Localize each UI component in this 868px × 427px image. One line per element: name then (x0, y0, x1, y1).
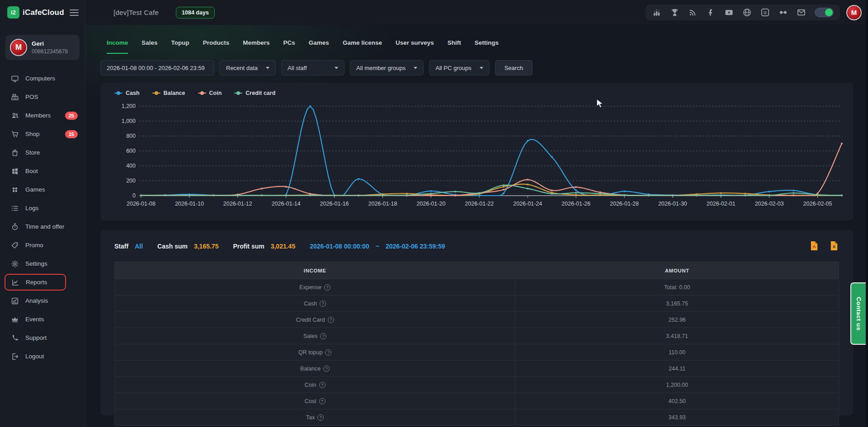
sidebar-item-store[interactable]: Store (0, 143, 85, 162)
x-axis-tick-label: 2026-01-20 (416, 201, 445, 207)
sidebar-item-computers[interactable]: Computers (0, 69, 85, 88)
data-point (237, 195, 239, 197)
help-icon[interactable]: ? (325, 349, 331, 356)
youtube-icon[interactable] (724, 8, 734, 17)
data-point (261, 188, 263, 189)
user-card[interactable]: M Geri 008612345678 (5, 35, 80, 60)
data-point (527, 183, 528, 185)
handshake-icon[interactable] (778, 8, 788, 17)
tab-members[interactable]: Members (243, 39, 269, 54)
x-axis-tick-label: 2026-01-12 (223, 201, 252, 207)
legend-label: Credit card (245, 90, 275, 96)
data-point (696, 195, 698, 197)
user-phone: 008612345678 (32, 48, 68, 55)
trophy-icon[interactable] (670, 8, 679, 17)
icafecloud-icon[interactable]: i2 (760, 8, 770, 17)
tab-pcs[interactable]: PCs (283, 39, 295, 54)
globe-icon[interactable] (742, 8, 752, 17)
sidebar-item-label: Boot (25, 168, 38, 174)
user-name: Geri (32, 40, 68, 47)
sidebar-item-events[interactable]: Events (0, 310, 85, 328)
sidebar-item-time-and-offer[interactable]: Time and offer (0, 217, 85, 236)
topbar: [dev]Test Cafe 1084 days i2 M (85, 0, 868, 25)
legend-item-credit-card[interactable]: Credit card (234, 90, 275, 96)
tab-user-surveys[interactable]: User surveys (396, 39, 434, 54)
sidebar-item-reports[interactable]: Reports (5, 274, 66, 291)
tab-income[interactable]: Income (107, 39, 128, 54)
cash-sum-value: 3,165.75 (194, 243, 219, 250)
tab-game-license[interactable]: Game license (343, 39, 382, 54)
table-row: Cost?402.50 (115, 393, 839, 409)
scrollbar[interactable] (866, 0, 868, 427)
data-point (599, 192, 601, 194)
x-axis-tick-label: 2026-01-14 (272, 201, 301, 207)
help-icon[interactable]: ? (317, 414, 324, 421)
income-line-chart: 02004006008001,0001,2002026-01-082026-01… (108, 100, 846, 212)
help-icon[interactable]: ? (328, 317, 334, 323)
y-axis-tick-label: 800 (126, 133, 136, 139)
file-pdf-icon[interactable]: A (809, 241, 819, 252)
legend-marker (114, 91, 123, 95)
menu-toggle-icon[interactable] (70, 9, 79, 16)
sidebar-item-label: Logs (25, 205, 38, 211)
help-icon[interactable]: ? (323, 366, 330, 372)
file-excel-icon[interactable]: X (829, 241, 839, 252)
tab-sales[interactable]: Sales (142, 39, 157, 54)
amount-cell: 244.11 (515, 361, 839, 376)
table-row: Tax?343.93 (115, 409, 839, 426)
staff-all-link[interactable]: All (135, 243, 143, 250)
profile-avatar[interactable]: M (846, 5, 862, 20)
facebook-icon[interactable] (706, 8, 716, 17)
sidebar-item-members[interactable]: Members25 (0, 106, 85, 125)
data-point (744, 192, 746, 194)
column-header: AMOUNT (515, 262, 839, 279)
mail-icon[interactable] (797, 8, 806, 17)
sidebar-item-games[interactable]: Games (0, 180, 85, 199)
rss-icon[interactable] (688, 8, 698, 17)
theme-toggle[interactable] (815, 8, 834, 17)
table-row: Sales?3,418.71 (115, 328, 839, 344)
help-icon[interactable]: ? (319, 398, 326, 404)
tab-shift[interactable]: Shift (448, 39, 461, 54)
tab-topup[interactable]: Topup (171, 39, 189, 54)
sidebar-item-pos[interactable]: POS (0, 88, 85, 106)
sidebar-item-boot[interactable]: Boot (0, 162, 85, 180)
sidebar-item-shop[interactable]: Shop15 (0, 125, 85, 143)
legend-item-balance[interactable]: Balance (152, 90, 185, 96)
tabs: IncomeSalesTopupProductsMembersPCsGamesG… (85, 25, 868, 54)
sidebar-item-logout[interactable]: Logout (0, 347, 85, 366)
legend-label: Coin (209, 90, 222, 96)
date-range-input[interactable]: 2026-01-08 00:00 - 2026-02-06 23:59 (100, 60, 214, 75)
legend-item-cash[interactable]: Cash (114, 90, 140, 96)
legend-item-coin[interactable]: Coin (198, 90, 222, 96)
help-icon[interactable]: ? (320, 333, 326, 339)
sidebar-item-settings[interactable]: Settings (0, 254, 85, 273)
staff-select[interactable]: All staff (281, 60, 344, 75)
sidebar-item-support[interactable]: Support (0, 328, 85, 347)
help-icon[interactable]: ? (320, 300, 326, 307)
ranking-icon[interactable] (652, 8, 661, 17)
tab-games[interactable]: Games (309, 39, 329, 54)
legend-label: Cash (126, 90, 140, 96)
list-icon (11, 204, 19, 212)
icafecloud-logo-icon[interactable]: i2 (7, 6, 19, 19)
help-icon[interactable]: ? (324, 284, 330, 291)
amount-cell: 3,165.75 (515, 296, 839, 311)
pc-group-select[interactable]: All PC groups (429, 60, 489, 75)
shopping-bag-icon (11, 149, 19, 157)
data-mode-select[interactable]: Recent data (220, 60, 276, 75)
table-row: Cash?3,165.75 (115, 296, 839, 312)
tab-products[interactable]: Products (203, 39, 230, 54)
sidebar-item-logs[interactable]: Logs (0, 199, 85, 217)
data-point (647, 195, 649, 197)
contact-us-button[interactable]: Contact us (850, 282, 866, 345)
sidebar-item-analysis[interactable]: Analysis (0, 291, 85, 310)
tab-settings[interactable]: Settings (475, 39, 499, 54)
data-point (575, 186, 577, 188)
x-axis-tick-label: 2026-01-30 (658, 201, 687, 207)
help-icon[interactable]: ? (319, 382, 326, 388)
data-point (406, 192, 408, 194)
sidebar-item-promo[interactable]: Promo (0, 236, 85, 254)
member-group-select[interactable]: All member groups (350, 60, 424, 75)
search-button[interactable]: Search (495, 60, 533, 75)
